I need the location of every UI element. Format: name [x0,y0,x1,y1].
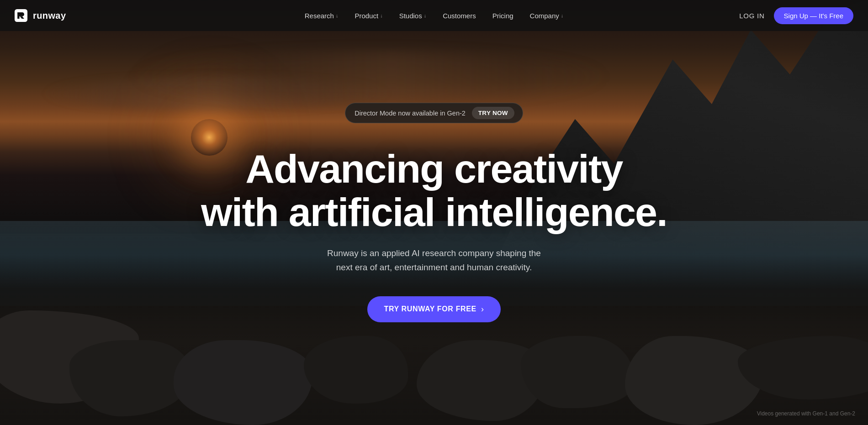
nav-link-company[interactable]: Company ↓ [523,8,571,23]
try-runway-button[interactable]: TRY RUNWAY FOR FREE › [367,296,500,322]
navbar: runway Research ↓ Product ↓ Studios ↓ Cu… [0,0,868,31]
nav-link-product-label: Product [355,12,378,20]
nav-logo[interactable]: runway [15,9,66,22]
hero-title: Advancing creativity with artificial int… [201,147,667,234]
hero-title-line1: Advancing creativity [245,146,623,191]
signup-button[interactable]: Sign Up — It's Free [774,7,853,24]
hero-section: Director Mode now available in Gen-2 TRY… [0,0,868,425]
nav-link-studios-label: Studios [399,12,422,20]
nav-product-chevron-icon: ↓ [380,13,383,18]
nav-link-company-label: Company [530,12,559,20]
hero-content: Director Mode now available in Gen-2 TRY… [183,103,685,322]
nav-link-customers-label: Customers [443,12,476,20]
nav-link-customers[interactable]: Customers [435,8,483,23]
nav-link-pricing-label: Pricing [492,12,513,20]
hero-footer-note: Videos generated with Gen-1 and Gen-2 [757,410,855,417]
nav-research-chevron-icon: ↓ [336,13,339,18]
nav-studios-chevron-icon: ↓ [424,13,427,18]
rock-6 [521,336,634,408]
cloud-2 [130,51,608,102]
nav-link-pricing[interactable]: Pricing [485,8,521,23]
nav-link-research[interactable]: Research ↓ [297,8,346,23]
try-runway-arrow-icon: › [481,304,484,314]
nav-actions: LOG IN Sign Up — It's Free [739,7,853,24]
announcement-text: Director Mode now available in Gen-2 [355,110,466,117]
nav-links: Research ↓ Product ↓ Studios ↓ Customers… [297,8,571,23]
announcement-cta-button[interactable]: TRY NOW [472,107,514,119]
nav-link-research-label: Research [305,12,334,20]
nav-company-chevron-icon: ↓ [561,13,564,18]
login-button[interactable]: LOG IN [739,12,764,20]
nav-link-studios[interactable]: Studios ↓ [392,8,434,23]
hero-title-line2: with artificial intelligence. [201,189,667,235]
runway-logo-icon [15,9,27,22]
try-runway-label: TRY RUNWAY FOR FREE [384,305,476,313]
announcement-badge: Director Mode now available in Gen-2 TRY… [345,103,523,123]
nav-logo-text: runway [33,10,66,21]
nav-link-product[interactable]: Product ↓ [347,8,390,23]
hero-subtitle: Runway is an applied AI research company… [327,247,541,274]
